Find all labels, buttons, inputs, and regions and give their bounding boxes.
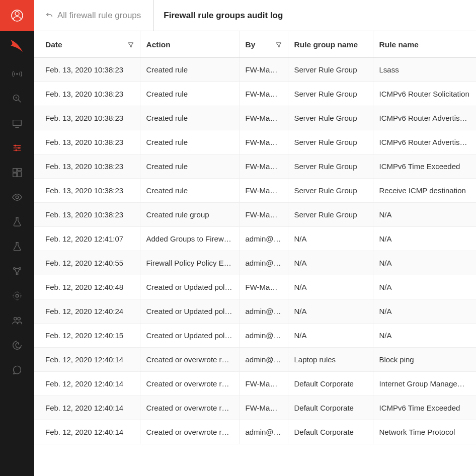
users-icon[interactable] xyxy=(0,308,34,333)
cell-rule: N/A xyxy=(373,203,476,227)
eye-icon[interactable] xyxy=(0,185,34,209)
column-header-date[interactable]: Date xyxy=(34,31,140,58)
cell-group: Server Rule Group xyxy=(288,58,373,82)
target-icon[interactable] xyxy=(0,283,34,308)
flask-icon[interactable] xyxy=(0,209,34,234)
cell-group: Server Rule Group xyxy=(288,130,373,154)
cell-by: admin@… xyxy=(239,299,288,324)
cell-rule: Block ping xyxy=(373,348,476,372)
cell-rule: ICMPv6 Router Advertisement xyxy=(373,106,476,130)
cell-by: FW-Ma… xyxy=(239,372,288,396)
cell-group: Default Corporate xyxy=(288,372,373,396)
cell-by: FW-Ma… xyxy=(239,82,288,106)
table-row[interactable]: Feb. 13, 2020 10:38:23Created rule group… xyxy=(34,203,476,227)
table-row[interactable]: Feb. 12, 2020 12:40:55Firewall Policy Po… xyxy=(34,251,476,275)
cell-rule: ICMPv6 Time Exceeded xyxy=(373,154,476,179)
cell-rule: N/A xyxy=(373,227,476,251)
filter-icon[interactable] xyxy=(276,42,282,48)
cell-by: admin@… xyxy=(239,227,288,251)
cell-date: Feb. 13, 2020 10:38:23 xyxy=(34,58,140,82)
back-link[interactable]: All firewall rule groups xyxy=(34,0,153,31)
table-row[interactable]: Feb. 13, 2020 10:38:23Created ruleFW-Ma…… xyxy=(34,82,476,106)
table-row[interactable]: Feb. 13, 2020 10:38:23Created ruleFW-Ma…… xyxy=(34,154,476,179)
cell-by: FW-Ma… xyxy=(239,154,288,179)
svg-point-14 xyxy=(15,149,17,151)
cell-date: Feb. 12, 2020 12:40:14 xyxy=(34,396,140,420)
search-icon[interactable] xyxy=(0,86,34,111)
cell-date: Feb. 12, 2020 12:40:15 xyxy=(34,324,140,348)
cell-action: Firewall Policy Policy E… xyxy=(140,251,239,275)
flask-icon-2[interactable] xyxy=(0,234,34,259)
table-row[interactable]: Feb. 12, 2020 12:41:07Added Groups to Fi… xyxy=(34,227,476,251)
swirl-icon[interactable] xyxy=(0,333,34,357)
col-action-label: Action xyxy=(146,40,171,49)
cell-rule: N/A xyxy=(373,299,476,324)
column-header-action[interactable]: Action xyxy=(140,31,239,58)
table-row[interactable]: Feb. 13, 2020 10:38:23Created ruleFW-Ma…… xyxy=(34,58,476,82)
table-row[interactable]: Feb. 12, 2020 12:40:15Created or Updated… xyxy=(34,324,476,348)
chat-icon[interactable] xyxy=(0,357,34,382)
cell-group: Server Rule Group xyxy=(288,154,373,179)
svg-point-2 xyxy=(16,73,18,75)
cell-action: Created rule xyxy=(140,58,239,82)
cell-group: Laptop rules xyxy=(288,348,373,372)
col-rule-label: Rule name xyxy=(379,40,419,49)
cell-group: Default Corporate xyxy=(288,420,373,444)
dashboard-icon[interactable] xyxy=(0,160,34,185)
svg-point-21 xyxy=(19,267,21,269)
svg-rect-16 xyxy=(18,168,21,171)
table-row[interactable]: Feb. 12, 2020 12:40:14Created or overwro… xyxy=(34,348,476,372)
cell-date: Feb. 13, 2020 10:38:23 xyxy=(34,154,140,179)
falcon-logo-icon[interactable] xyxy=(0,31,34,61)
undo-icon xyxy=(45,12,53,20)
table-row[interactable]: Feb. 13, 2020 10:38:23Created ruleFW-Ma…… xyxy=(34,179,476,203)
column-header-group[interactable]: Rule group name xyxy=(288,31,373,58)
cell-date: Feb. 12, 2020 12:41:07 xyxy=(34,227,140,251)
page-title: Firewall rule groups audit log xyxy=(153,0,293,31)
cell-by: FW-Ma… xyxy=(239,106,288,130)
filter-icon[interactable] xyxy=(128,42,134,48)
svg-point-20 xyxy=(14,267,16,269)
cell-action: Created rule xyxy=(140,130,239,154)
graph-icon[interactable] xyxy=(0,259,34,283)
sliders-icon[interactable] xyxy=(0,135,34,160)
svg-rect-18 xyxy=(13,173,17,176)
cell-date: Feb. 13, 2020 10:38:23 xyxy=(34,203,140,227)
table-row[interactable]: Feb. 12, 2020 12:40:14Created or overwro… xyxy=(34,396,476,420)
column-header-rule[interactable]: Rule name xyxy=(373,31,476,58)
cell-action: Created rule xyxy=(140,179,239,203)
svg-line-4 xyxy=(19,100,21,102)
cell-group: N/A xyxy=(288,275,373,299)
cell-date: Feb. 12, 2020 12:40:14 xyxy=(34,348,140,372)
svg-rect-15 xyxy=(13,168,17,172)
sidebar xyxy=(0,0,34,476)
cell-date: Feb. 13, 2020 10:38:23 xyxy=(34,82,140,106)
cell-date: Feb. 12, 2020 12:40:14 xyxy=(34,372,140,396)
table-row[interactable]: Feb. 12, 2020 12:40:14Created or overwro… xyxy=(34,420,476,444)
table-row[interactable]: Feb. 13, 2020 10:38:23Created ruleFW-Ma…… xyxy=(34,106,476,130)
svg-rect-17 xyxy=(18,172,21,177)
monitor-icon[interactable] xyxy=(0,111,34,135)
cell-by: admin@… xyxy=(239,420,288,444)
svg-point-23 xyxy=(16,294,19,297)
audit-log-table: Date Action By Rule group n xyxy=(34,31,476,476)
table-row[interactable]: Feb. 13, 2020 10:38:23Created ruleFW-Ma…… xyxy=(34,130,476,154)
cell-date: Feb. 12, 2020 12:40:24 xyxy=(34,299,140,324)
svg-point-31 xyxy=(18,343,19,344)
broadcast-icon[interactable] xyxy=(0,61,34,86)
table-row[interactable]: Feb. 12, 2020 12:40:14Created or overwro… xyxy=(34,372,476,396)
cell-group: N/A xyxy=(288,251,373,275)
cell-action: Created rule xyxy=(140,154,239,179)
cell-group: N/A xyxy=(288,299,373,324)
cell-by: FW-Ma… xyxy=(239,203,288,227)
cell-action: Created or Updated poli… xyxy=(140,299,239,324)
col-group-label: Rule group name xyxy=(294,40,358,49)
cell-group: Server Rule Group xyxy=(288,82,373,106)
table-row[interactable]: Feb. 12, 2020 12:40:48Created or Updated… xyxy=(34,275,476,299)
column-header-by[interactable]: By xyxy=(239,31,288,58)
svg-point-10 xyxy=(15,144,17,146)
cell-by: admin@… xyxy=(239,324,288,348)
table-row[interactable]: Feb. 12, 2020 12:40:24Created or Updated… xyxy=(34,299,476,324)
svg-point-29 xyxy=(14,317,17,320)
sidebar-top-avatar[interactable] xyxy=(0,0,34,31)
